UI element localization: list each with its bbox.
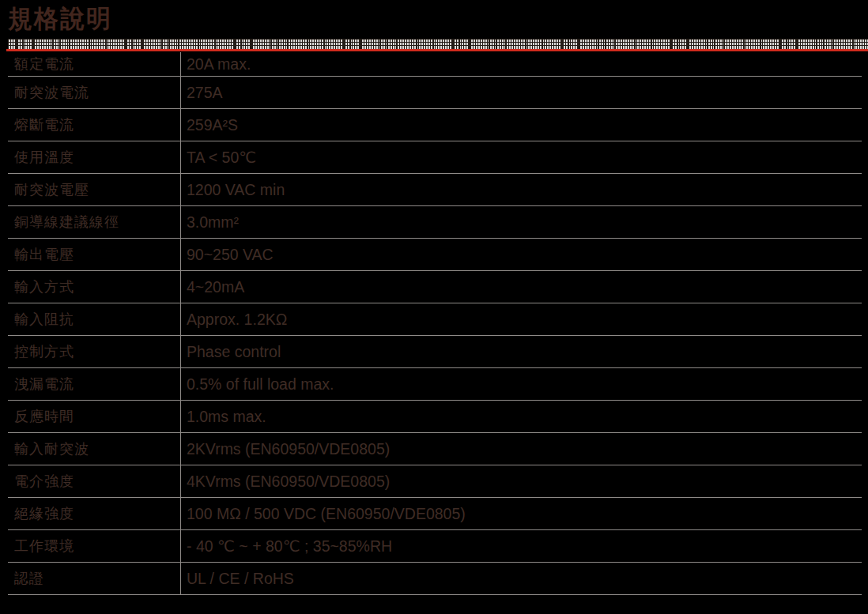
barcode-stripe-decoration [8,39,868,49]
table-row: 熔斷電流 259A²S [8,109,862,141]
spec-value-cell: 1200 VAC min [180,174,862,205]
spec-label-cell: 控制方式 [8,336,180,367]
spec-label-cell: 耐突波電壓 [8,174,180,205]
spec-label-cell: 銅導線建議線徑 [8,206,180,238]
table-row: 控制方式 Phase control [8,336,862,368]
spec-value-cell: 0.5% of full load max. [180,368,862,400]
spec-value-cell: TA < 50℃ [180,141,862,173]
spec-label-cell: 輸入耐突波 [8,433,180,465]
spec-label-cell: 熔斷電流 [8,109,180,141]
spec-value-cell: 1.0ms max. [180,401,862,432]
table-row: 工作環境 - 40 ℃ ~ + 80℃ ; 35~85%RH [8,530,862,563]
table-row: 輸出電壓 90~250 VAC [8,239,862,271]
spec-label-cell: 絕緣強度 [8,498,180,529]
spec-label-cell: 認證 [8,563,180,594]
red-accent-rule [6,49,868,51]
spec-value-cell: 100 MΩ / 500 VDC (EN60950/VDE0805) [180,498,862,529]
spec-label-cell: 電介強度 [8,465,180,497]
spec-value-cell: 20A max. [180,52,862,76]
spec-value-cell: 2KVrms (EN60950/VDE0805) [180,433,862,465]
table-row: 額定電流 20A max. [8,52,862,77]
table-row: 認證 UL / CE / RoHS [8,563,862,595]
table-row: 絕緣強度 100 MΩ / 500 VDC (EN60950/VDE0805) [8,498,862,530]
spec-value-cell: 4KVrms (EN60950/VDE0805) [180,465,862,497]
spec-label-cell: 輸入阻抗 [8,303,180,335]
spec-value-cell: Approx. 1.2KΩ [180,303,862,335]
spec-label-cell: 輸入方式 [8,271,180,303]
spec-value-cell: 4~20mA [180,271,862,303]
spec-table: 額定電流 20A max. 耐突波電流 275A 熔斷電流 259A²S 使用溫… [8,52,862,595]
spec-value-cell: 275A [180,77,862,108]
spec-label-cell: 工作環境 [8,530,180,562]
table-row: 耐突波電流 275A [8,77,862,109]
table-row: 輸入方式 4~20mA [8,271,862,303]
spec-label-cell: 使用溫度 [8,141,180,173]
spec-label-cell: 反應時間 [8,401,180,432]
table-row: 電介強度 4KVrms (EN60950/VDE0805) [8,465,862,498]
table-row: 使用溫度 TA < 50℃ [8,141,862,174]
spec-value-cell: 3.0mm² [180,206,862,238]
spec-sheet-page: 規格說明 額定電流 20A max. 耐突波電流 275A 熔斷電流 259A²… [0,0,868,614]
spec-value-cell: Phase control [180,336,862,367]
page-title: 規格說明 [8,3,112,35]
table-row: 反應時間 1.0ms max. [8,401,862,433]
spec-label-cell: 耐突波電流 [8,77,180,108]
table-row: 銅導線建議線徑 3.0mm² [8,206,862,239]
spec-value-cell: UL / CE / RoHS [180,563,862,594]
spec-label-cell: 額定電流 [8,52,180,76]
table-row: 耐突波電壓 1200 VAC min [8,174,862,206]
table-row: 輸入阻抗 Approx. 1.2KΩ [8,303,862,336]
spec-value-cell: - 40 ℃ ~ + 80℃ ; 35~85%RH [180,530,862,562]
table-row: 輸入耐突波 2KVrms (EN60950/VDE0805) [8,433,862,465]
spec-value-cell: 259A²S [180,109,862,141]
spec-label-cell: 洩漏電流 [8,368,180,400]
spec-label-cell: 輸出電壓 [8,239,180,270]
table-row: 洩漏電流 0.5% of full load max. [8,368,862,401]
spec-value-cell: 90~250 VAC [180,239,862,270]
